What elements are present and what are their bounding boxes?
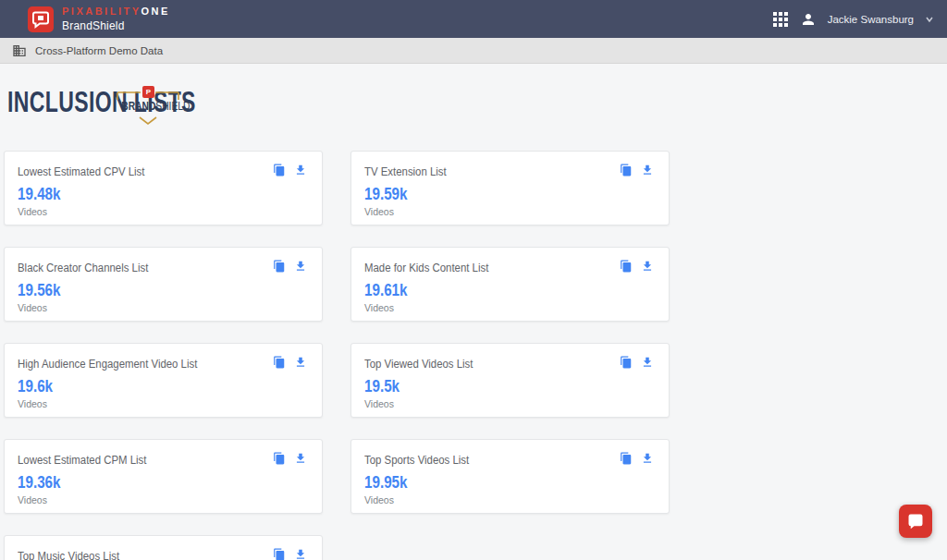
download-icon[interactable] [294, 548, 307, 560]
inclusion-lists-grid: Lowest Estimated CPV List 19.48k Videos … [4, 151, 670, 560]
list-card-value: 19.56k [18, 280, 61, 300]
download-icon[interactable] [294, 452, 307, 465]
list-card: Lowest Estimated CPV List 19.48k Videos [4, 151, 323, 225]
list-card: Black Creator Channels List 19.56k Video… [4, 247, 323, 322]
copy-icon[interactable] [273, 164, 286, 177]
brandshield-monogram: P [142, 86, 154, 98]
list-card: Top Viewed Videos List 19.5k Videos [351, 343, 670, 418]
breadcrumb-bar: Cross-Platform Demo Data [0, 38, 947, 64]
list-card-value: 19.36k [18, 472, 61, 493]
brand-suite: ONE [141, 6, 170, 17]
list-card-title: Black Creator Channels List [18, 262, 148, 274]
building-icon [12, 43, 27, 58]
list-card-title: Lowest Estimated CPV List [18, 165, 144, 178]
list-card: Lowest Estimated CPM List 19.36k Videos [4, 439, 323, 514]
copy-icon[interactable] [273, 452, 286, 465]
brand-wordmark: PIXABILITYONE BrandShield [62, 6, 170, 31]
copy-icon[interactable] [273, 260, 286, 273]
list-card: Top Sports Videos List 19.95k Videos [351, 439, 670, 514]
list-card-unit: Videos [18, 206, 47, 217]
download-icon[interactable] [641, 260, 654, 273]
list-card-unit: Videos [18, 398, 47, 409]
list-card-value: 19.6k [18, 376, 53, 396]
pixability-bubble-icon[interactable] [28, 6, 54, 32]
download-icon[interactable] [294, 356, 307, 369]
list-card: TV Extension List 19.59k Videos [351, 151, 670, 225]
brand-app-name: BrandShield [62, 20, 170, 31]
list-card-unit: Videos [364, 206, 394, 217]
list-card-value: 19.59k [364, 184, 408, 204]
list-card-title: Lowest Estimated CPM List [18, 454, 146, 467]
user-menu[interactable]: Jackie Swansburg [828, 14, 914, 25]
copy-icon[interactable] [620, 260, 633, 273]
apps-grid-icon[interactable] [772, 11, 789, 28]
list-card: Top Music Videos List [4, 535, 323, 560]
breadcrumb[interactable]: Cross-Platform Demo Data [35, 45, 163, 56]
download-icon[interactable] [641, 452, 654, 465]
download-icon[interactable] [641, 164, 654, 177]
chat-launcher-button[interactable] [899, 505, 932, 538]
list-card-title: High Audience Engagement Video List [18, 358, 197, 371]
copy-icon[interactable] [273, 356, 286, 369]
list-card-title: Top Viewed Videos List [364, 358, 473, 371]
list-card-value: 19.48k [18, 184, 61, 204]
brand-product: PIXABILITY [62, 6, 141, 17]
list-card: High Audience Engagement Video List 19.6… [4, 343, 323, 418]
download-icon[interactable] [294, 164, 307, 177]
list-card-unit: Videos [18, 494, 47, 505]
copy-icon[interactable] [620, 164, 633, 177]
list-card-value: 19.95k [364, 472, 408, 493]
list-card-unit: Videos [364, 398, 394, 409]
list-card-title: TV Extension List [364, 165, 447, 178]
list-card-title: Top Sports Videos List [364, 454, 469, 467]
list-card-unit: Videos [18, 302, 47, 313]
list-card-unit: Videos [364, 302, 394, 313]
copy-icon[interactable] [273, 548, 286, 560]
list-card-unit: Videos [364, 494, 394, 505]
page-title-block: INCLUSION LISTS P BRANDSHIELD [7, 85, 269, 119]
list-card-value: 19.61k [364, 280, 408, 300]
list-card-title: Made for Kids Content List [364, 262, 488, 274]
download-icon[interactable] [294, 260, 307, 273]
brandshield-logo: P BRANDSHIELD [116, 85, 180, 126]
download-icon[interactable] [641, 356, 654, 369]
app-header: PIXABILITYONE BrandShield Jackie Swansbu… [0, 0, 947, 38]
list-card-value: 19.5k [364, 376, 400, 396]
chevron-down-icon[interactable] [925, 15, 934, 24]
chat-bubble-icon [907, 513, 924, 530]
list-card: Made for Kids Content List 19.61k Videos [351, 247, 670, 322]
brandshield-logo-light: SHIELD [155, 100, 190, 113]
list-card-title: Top Music Videos List [18, 550, 119, 560]
copy-icon[interactable] [620, 356, 633, 369]
copy-icon[interactable] [620, 452, 633, 465]
person-icon [800, 11, 817, 28]
brandshield-logo-bold: BRAND [121, 100, 155, 113]
